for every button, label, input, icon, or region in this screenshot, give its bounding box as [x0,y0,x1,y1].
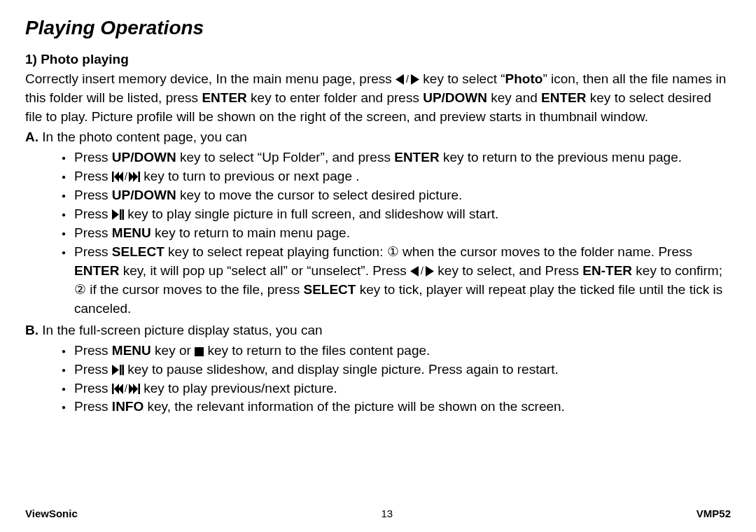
list-item: Press key to play single picture in full… [74,205,731,224]
stop-icon [195,347,204,356]
svg-rect-20 [112,384,114,394]
svg-text:/: / [125,172,127,182]
svg-text:/: / [406,74,409,85]
section-b-list: Press MENU key or key to return to the f… [25,342,731,417]
text: key to pause slideshow, and display sing… [124,362,559,377]
text: Press [74,244,112,259]
section-a-lead: A. In the photo content page, you can [25,128,731,147]
list-item: Press / key to play previous/next pictur… [74,379,731,398]
svg-text:/: / [125,384,127,394]
menu-key: MENU [112,343,151,358]
footer-brand: ViewSonic [25,507,78,519]
text: key to select repeat playing function: [164,244,387,259]
svg-marker-0 [396,74,404,85]
enter-key: ENTER [394,150,439,164]
svg-rect-3 [112,172,114,182]
text: key to select “Up Folder”, and press [176,150,395,164]
text: key to return to main menu page. [151,225,350,240]
svg-marker-15 [426,266,434,276]
text: if the cursor moves to the file, press [86,282,303,297]
play-pause-icon [112,209,124,220]
text: Press [74,206,112,221]
svg-marker-4 [114,172,119,182]
list-item: Press SELECT key to select repeat playin… [74,243,731,318]
svg-marker-24 [129,384,134,394]
svg-marker-17 [112,365,119,375]
section-a-label: A. [25,130,38,144]
section-b-label: B. [25,323,38,337]
page-title: Playing Operations [25,17,731,39]
enter-key: ENTER [74,263,119,278]
text: key to return to the previous menu page. [440,150,682,164]
text: Press [74,343,112,358]
enter-key: EN-TER [582,263,632,278]
page-footer: ViewSonic 13 VMP52 [25,499,731,519]
svg-marker-2 [411,74,419,85]
svg-rect-11 [120,209,122,220]
svg-marker-5 [118,172,123,182]
svg-marker-7 [129,172,134,182]
section-heading-photo: 1) Photo playing [25,52,731,67]
text: key to return to the files content page. [204,343,430,358]
svg-marker-21 [114,384,119,394]
text: key and [487,90,541,105]
svg-text:/: / [421,266,424,276]
intro-paragraph: Correctly insert memory device, In the m… [25,70,731,127]
svg-marker-8 [133,172,138,182]
text: key to turn to previous or next page . [140,169,360,183]
footer-model: VMP52 [696,507,731,519]
select-key: SELECT [303,282,356,297]
text: Correctly insert memory device, In the m… [25,71,396,86]
text: key to select, and Press [434,263,582,278]
svg-rect-18 [120,365,122,375]
svg-marker-22 [118,384,123,394]
page-number: 13 [381,507,393,519]
left-right-arrow-icon: / [410,266,434,276]
text: key to confirm; [632,263,722,278]
text: Press [74,188,112,202]
play-pause-icon [112,365,124,375]
text: Press [74,399,112,414]
text: key or [151,343,195,358]
list-item: Press key to pause slideshow, and displa… [74,360,731,379]
svg-rect-16 [195,347,204,356]
svg-marker-13 [410,266,419,276]
left-right-arrow-icon: / [396,74,419,85]
text: key to move the cursor to select desired… [176,188,463,202]
updown-key: UP/DOWN [112,150,176,164]
photo-keyword: Photo [505,71,543,86]
select-key: SELECT [112,244,164,259]
text: Press [74,381,112,396]
circled-one: ① [387,244,399,259]
section-a-text: In the photo content page, you can [38,130,247,144]
list-item: Press INFO key, the relevant information… [74,398,731,416]
list-item: Press MENU key to return to main menu pa… [74,224,731,243]
text: key to play single picture in full scree… [124,206,498,221]
section-b-text: In the full-screen picture display statu… [38,323,323,337]
prev-next-track-icon: / [112,172,140,182]
text: Press [74,225,112,240]
manual-page: Playing Operations 1) Photo playing Corr… [0,0,756,532]
text: key to select “ [419,71,505,86]
text: key, it will pop up “select all” or “uns… [119,263,410,278]
svg-marker-25 [133,384,138,394]
text: Press [74,150,112,164]
page-content: Playing Operations 1) Photo playing Corr… [25,17,731,499]
enter-key: ENTER [202,90,246,105]
text: key to enter folder and press [247,90,423,105]
menu-key: MENU [112,225,151,240]
list-item: Press UP/DOWN key to select “Up Folder”,… [74,148,731,167]
text: key, the relevant information of the pic… [144,399,565,414]
circled-two: ② [74,282,86,297]
enter-key: ENTER [541,90,586,105]
prev-next-track-icon: / [112,384,140,394]
text: Press [74,169,112,183]
list-item: Press MENU key or key to return to the f… [74,342,731,360]
text: when the cursor moves to the folder name… [399,244,692,259]
list-item: Press / key to turn to previous or next … [74,167,731,186]
list-item: Press UP/DOWN key to move the cursor to … [74,186,731,205]
text: Press [74,362,112,377]
updown-key: UP/DOWN [423,90,487,105]
svg-marker-10 [112,209,119,220]
info-key: INFO [112,399,144,414]
